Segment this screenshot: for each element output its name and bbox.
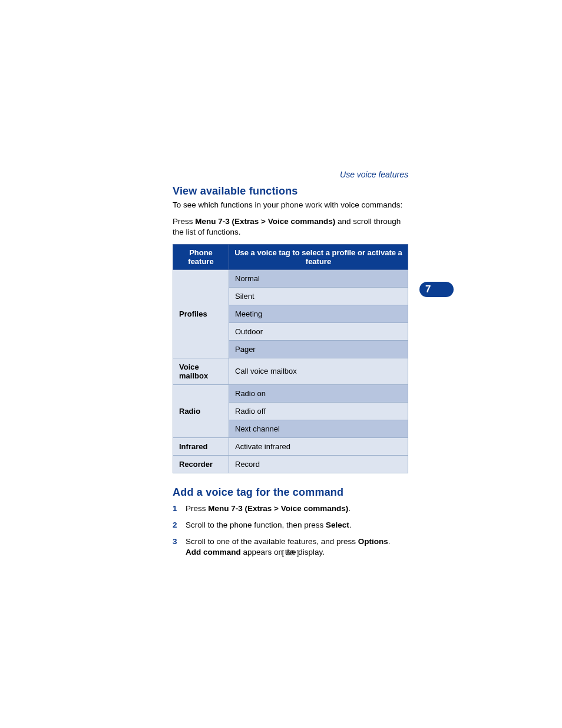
th-phone-feature: Phone feature: [173, 244, 229, 269]
th-voice-tag: Use a voice tag to select a profile or a…: [229, 244, 408, 269]
text-fragment: .: [388, 537, 391, 546]
step-text: Scroll to the phone function, then press…: [186, 520, 408, 531]
text-fragment: Press: [186, 504, 208, 513]
text-fragment: .: [349, 521, 352, 529]
step-item: 1 Press Menu 7-3 (Extras > Voice command…: [173, 503, 408, 514]
features-table: Phone feature Use a voice tag to select …: [173, 244, 408, 473]
page-number: [ 69 ]: [173, 548, 408, 557]
cell: Silent: [229, 287, 408, 305]
cell: Outdoor: [229, 322, 408, 340]
cat-radio: Radio: [173, 384, 229, 437]
table-row: Recorder Record: [173, 455, 408, 473]
intro-text: To see which functions in your phone wor…: [173, 200, 408, 210]
cat-profiles: Profiles: [173, 269, 229, 358]
text-fragment: .: [348, 504, 351, 513]
bold-fragment: Menu 7-3 (Extras > Voice commands): [208, 504, 348, 513]
cell: Meeting: [229, 305, 408, 322]
bold-fragment: Options: [358, 537, 388, 546]
text-fragment: Scroll to the phone function, then press: [186, 521, 326, 529]
cat-voice-mailbox: Voice mailbox: [173, 358, 229, 384]
text-fragment: Scroll to one of the available features,…: [186, 537, 358, 546]
table-row: Radio Radio on: [173, 384, 408, 402]
cell: Pager: [229, 340, 408, 358]
cat-recorder: Recorder: [173, 455, 229, 473]
cell: Call voice mailbox: [229, 358, 408, 384]
step-number: 2: [173, 520, 186, 531]
cell: Radio off: [229, 402, 408, 420]
cell: Record: [229, 455, 408, 473]
step-text: Press Menu 7-3 (Extras > Voice commands)…: [186, 503, 408, 514]
table-row: Profiles Normal: [173, 269, 408, 287]
cell: Normal: [229, 269, 408, 287]
heading-view-functions: View available functions: [173, 185, 408, 197]
cell: Next channel: [229, 420, 408, 437]
cat-infrared: Infrared: [173, 437, 229, 455]
text-fragment: Press: [173, 217, 195, 226]
heading-add-voice-tag: Add a voice tag for the command: [173, 486, 408, 499]
table-row: Voice mailbox Call voice mailbox: [173, 358, 408, 384]
menu-path: Menu 7-3 (Extras > Voice commands): [195, 217, 335, 226]
table-header-row: Phone feature Use a voice tag to select …: [173, 244, 408, 269]
table-row: Infrared Activate infrared: [173, 437, 408, 455]
cell: Activate infrared: [229, 437, 408, 455]
press-instruction: Press Menu 7-3 (Extras > Voice commands)…: [173, 216, 408, 238]
bold-fragment: Select: [326, 521, 349, 529]
chapter-tab: 7: [419, 282, 454, 297]
cell: Radio on: [229, 384, 408, 402]
step-number: 1: [173, 503, 186, 514]
page-content: View available functions To see which fu…: [173, 165, 408, 564]
step-item: 2 Scroll to the phone function, then pre…: [173, 520, 408, 531]
